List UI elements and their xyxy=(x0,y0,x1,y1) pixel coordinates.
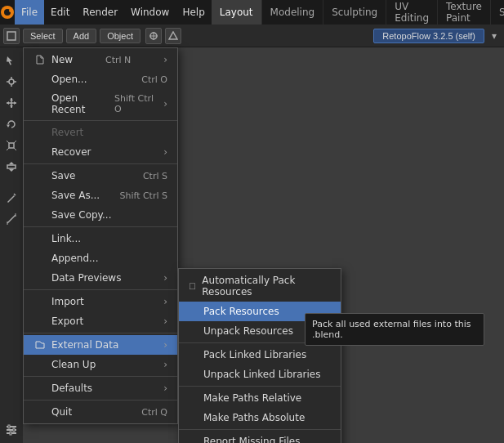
recover-menu-item[interactable]: Recover › xyxy=(24,142,177,162)
import-arrow: › xyxy=(163,296,167,307)
sidebar-cursor-icon[interactable] xyxy=(2,72,21,92)
link-menu-item[interactable]: Link... xyxy=(24,229,177,248)
svg-rect-37 xyxy=(10,432,11,435)
cleanup-icon xyxy=(33,358,47,371)
sidebar-scale-icon[interactable] xyxy=(2,136,21,155)
data-previews-arrow: › xyxy=(163,272,167,284)
window-menu-item[interactable]: Window xyxy=(124,0,176,25)
svg-marker-17 xyxy=(7,101,9,105)
append-menu-item[interactable]: Append... xyxy=(24,248,177,268)
auto-pack-submenu-item[interactable]: ☐ Automatically Pack Resources xyxy=(179,271,341,302)
open-icon xyxy=(33,73,47,86)
file-menu-item[interactable]: File xyxy=(15,0,44,25)
unpack-linked-submenu-item[interactable]: Unpack Linked Libraries xyxy=(179,365,341,384)
sep-4 xyxy=(24,289,177,290)
viewport-icon[interactable] xyxy=(3,28,20,44)
export-menu-item[interactable]: Export › xyxy=(24,311,177,331)
svg-line-21 xyxy=(7,141,9,143)
svg-rect-20 xyxy=(9,143,14,148)
tooltip: Pack all used external files into this .… xyxy=(305,313,484,346)
data-previews-icon xyxy=(33,271,47,284)
sub-sep-2 xyxy=(179,386,341,387)
topbar: File Edit Render Window Help Layout Mode… xyxy=(0,0,504,25)
tab-sculpting[interactable]: Sculpting xyxy=(323,0,386,25)
pack-linked-submenu-item[interactable]: Pack Linked Libraries xyxy=(179,345,341,365)
svg-point-8 xyxy=(9,79,14,84)
sidebar-annotate-icon[interactable] xyxy=(2,188,21,208)
svg-rect-35 xyxy=(8,425,10,428)
export-icon xyxy=(33,315,47,328)
second-toolbar: Select Add Object RetopoFlow 3.2.5 (self… xyxy=(0,25,504,47)
blender-logo xyxy=(0,0,15,25)
svg-line-29 xyxy=(7,215,16,223)
select-button[interactable]: Select xyxy=(23,29,63,43)
sep-1 xyxy=(24,120,177,121)
save-menu-item[interactable]: Save Ctrl S xyxy=(24,166,177,186)
make-paths-relative-submenu-item[interactable]: Make Paths Relative xyxy=(179,388,341,408)
tab-uv-editing[interactable]: UV Editing xyxy=(386,0,438,25)
tab-layout[interactable]: Layout xyxy=(212,0,262,25)
svg-rect-3 xyxy=(7,32,16,40)
external-data-icon xyxy=(33,338,47,351)
snap-icon-btn[interactable] xyxy=(165,28,181,44)
operator-dropdown-icon[interactable]: ▾ xyxy=(488,30,501,42)
left-sidebar xyxy=(0,47,23,443)
tab-sh[interactable]: Sh xyxy=(491,0,504,25)
defaults-icon xyxy=(33,382,47,395)
svg-marker-19 xyxy=(7,125,10,128)
quit-menu-item[interactable]: Quit Ctrl Q xyxy=(24,402,177,422)
import-menu-item[interactable]: Import › xyxy=(24,292,177,311)
open-recent-menu-item[interactable]: Open Recent Shift Ctrl O › xyxy=(24,89,177,119)
data-previews-menu-item[interactable]: Data Previews › xyxy=(24,268,177,288)
tab-modeling[interactable]: Modeling xyxy=(262,0,324,25)
new-icon xyxy=(33,53,47,66)
edit-menu-item[interactable]: Edit xyxy=(44,0,76,25)
menu-bar: File Edit Render Window Help xyxy=(15,0,212,25)
sidebar-select-icon[interactable] xyxy=(2,51,21,70)
sidebar-rotate-icon[interactable] xyxy=(2,114,21,134)
transform-icon-btn[interactable] xyxy=(145,28,162,44)
external-data-menu-item[interactable]: External Data › xyxy=(24,335,177,355)
new-menu-item[interactable]: New Ctrl N › xyxy=(24,50,177,69)
object-button[interactable]: Object xyxy=(100,29,140,43)
auto-pack-checkbox[interactable]: ☐ xyxy=(189,282,198,291)
save-copy-menu-item[interactable]: Save Copy... xyxy=(24,205,177,225)
append-icon xyxy=(33,252,47,265)
add-button[interactable]: Add xyxy=(66,29,97,43)
render-menu-item[interactable]: Render xyxy=(76,0,124,25)
help-menu-item[interactable]: Help xyxy=(176,0,211,25)
svg-rect-36 xyxy=(13,428,15,432)
save-icon xyxy=(33,169,47,182)
recover-icon xyxy=(33,145,47,159)
svg-line-24 xyxy=(14,148,16,150)
export-arrow: › xyxy=(163,315,167,327)
sidebar-move-icon[interactable] xyxy=(2,93,21,113)
open-menu-item[interactable]: Open... Ctrl O xyxy=(24,69,177,89)
file-dropdown: New Ctrl N › Open... Ctrl O Open Recent … xyxy=(23,47,178,424)
defaults-menu-item[interactable]: Defaults › xyxy=(24,378,177,398)
svg-marker-26 xyxy=(9,162,14,164)
main-area: New Ctrl N › Open... Ctrl O Open Recent … xyxy=(0,47,504,443)
workspace-tabs: Layout Modeling Sculpting UV Editing Tex… xyxy=(212,0,504,25)
sidebar-transform-icon[interactable] xyxy=(2,157,21,177)
sidebar-measure-icon[interactable] xyxy=(2,209,21,229)
sep-2 xyxy=(24,163,177,164)
svg-marker-7 xyxy=(169,32,177,39)
sep-5 xyxy=(24,333,177,333)
tab-texture-paint[interactable]: Texture Paint xyxy=(438,0,491,25)
sidebar-tool-settings-icon[interactable] xyxy=(2,420,21,440)
sub-sep-3 xyxy=(179,429,341,430)
save-as-icon xyxy=(33,189,47,202)
defaults-arrow: › xyxy=(163,383,167,394)
link-icon xyxy=(33,232,47,245)
save-as-menu-item[interactable]: Save As... Shift Ctrl S xyxy=(24,186,177,205)
svg-line-28 xyxy=(14,194,16,195)
report-missing-submenu-item[interactable]: Report Missing Files xyxy=(179,432,341,443)
operator-search-btn[interactable]: RetopoFlow 3.2.5 (self) xyxy=(373,29,484,43)
cleanup-menu-item[interactable]: Clean Up › xyxy=(24,355,177,374)
revert-icon xyxy=(33,126,47,139)
svg-line-23 xyxy=(7,148,9,150)
open-recent-arrow: › xyxy=(163,98,167,110)
make-paths-absolute-submenu-item[interactable]: Make Paths Absolute xyxy=(179,408,341,427)
sep-7 xyxy=(24,400,177,400)
